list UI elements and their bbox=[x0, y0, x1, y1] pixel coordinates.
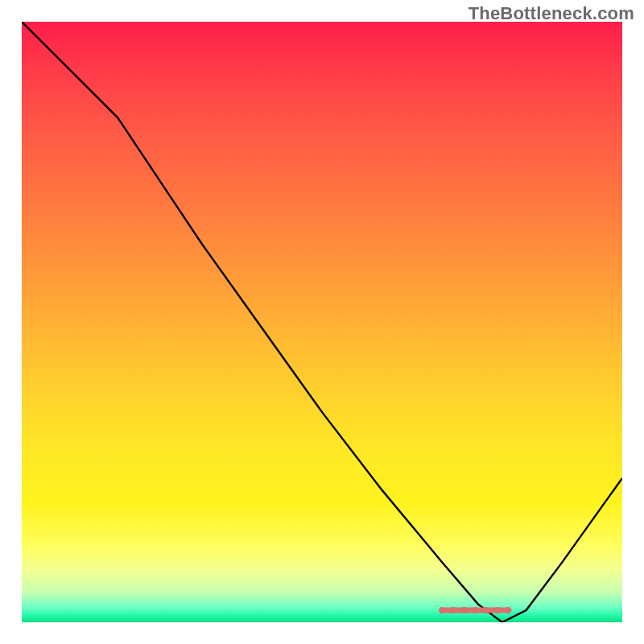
svg-point-4 bbox=[472, 607, 478, 613]
bottleneck-curve-path bbox=[22, 22, 622, 622]
chart-container: TheBottleneck.com bbox=[0, 0, 644, 644]
svg-point-6 bbox=[493, 607, 500, 613]
optimal-range-marker bbox=[439, 607, 511, 613]
svg-point-3 bbox=[460, 607, 467, 613]
svg-point-7 bbox=[505, 607, 511, 613]
svg-point-1 bbox=[439, 607, 445, 613]
svg-point-2 bbox=[450, 607, 456, 613]
chart-overlay bbox=[22, 22, 622, 622]
svg-point-5 bbox=[483, 607, 489, 613]
